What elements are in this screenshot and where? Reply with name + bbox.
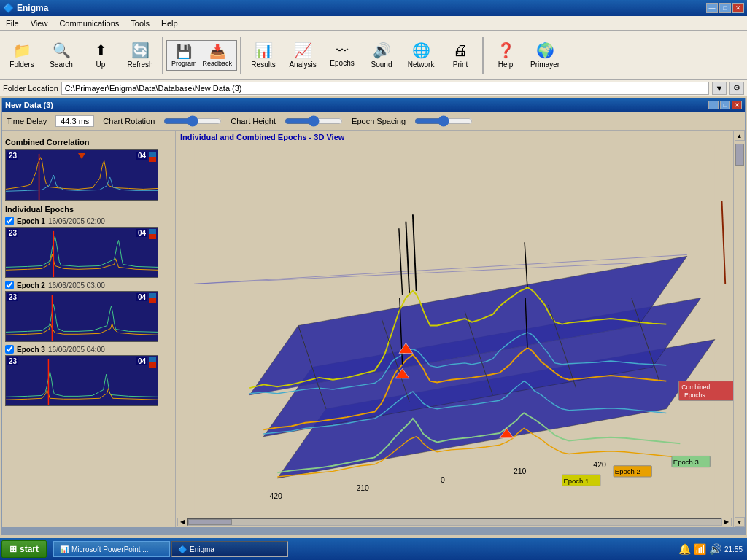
scroll-thumb[interactable] xyxy=(735,144,744,166)
windows-logo: ⊞ xyxy=(9,544,17,554)
sound-label: Sound xyxy=(371,61,392,69)
x-label-2: -210 xyxy=(354,484,369,492)
chart-rotation-slider[interactable] xyxy=(163,116,222,126)
svg-text:Combined: Combined xyxy=(681,384,710,391)
epoch-spacing-slider[interactable] xyxy=(414,116,473,126)
folder-action-button[interactable]: ⚙ xyxy=(729,82,744,95)
correlation-marker xyxy=(78,153,85,159)
up-label: Up xyxy=(96,61,106,69)
toolbar-network[interactable]: 🌐 Network xyxy=(402,34,440,77)
taskbar: ⊞ start 📊 Microsoft PowerPoint ... 🔷 Eni… xyxy=(0,538,747,560)
maximize-button[interactable]: □ xyxy=(719,3,731,13)
taskbar-right: 🔔 📶 🔊 21:55 xyxy=(678,543,746,555)
scroll-down-arrow[interactable]: ▼ xyxy=(735,517,745,527)
right-panel: Individual and Combined Epochs - 3D View… xyxy=(176,131,745,527)
toolbar: 📁 Folders 🔍 Search ⬆ Up 🔄 Refresh 💾 Prog… xyxy=(0,31,747,80)
toolbar-help[interactable]: ❓ Help xyxy=(487,34,525,77)
taskbar-clock: 21:55 xyxy=(724,545,743,553)
readback-icon: 📥 xyxy=(209,44,225,60)
epoch-2-right-val: 04 xyxy=(136,293,147,301)
powerpoint-icon: 📊 xyxy=(60,545,69,553)
menu-view[interactable]: View xyxy=(28,18,51,28)
epoch-2-checkbox[interactable] xyxy=(5,281,14,289)
scroll-left-arrow[interactable]: ◀ xyxy=(177,518,187,526)
doc-maximize-button[interactable]: □ xyxy=(720,101,730,109)
right-scrollbar[interactable]: ▲ ▼ xyxy=(733,131,745,527)
epoch-3-checkbox[interactable] xyxy=(5,345,14,354)
toolbar-program[interactable]: 💾 Program xyxy=(169,42,200,69)
flag-red xyxy=(149,157,156,162)
program-icon: 💾 xyxy=(176,44,192,60)
toolbar-search[interactable]: 🔍 Search xyxy=(42,34,80,77)
powerpoint-label: Microsoft PowerPoint ... xyxy=(71,545,149,553)
menu-bar: File View Communications Tools Help xyxy=(0,16,747,31)
folder-path-input[interactable] xyxy=(61,82,709,95)
toolbar-print[interactable]: 🖨 Print xyxy=(441,34,479,77)
close-button[interactable]: ✕ xyxy=(732,3,744,13)
toolbar-folders[interactable]: 📁 Folders xyxy=(3,34,41,77)
scroll-thumb-h[interactable] xyxy=(188,519,232,525)
start-label: start xyxy=(20,544,39,554)
scroll-track-h[interactable] xyxy=(187,518,721,526)
epoch-3-left-val: 23 xyxy=(7,357,18,365)
network-label: Network xyxy=(408,61,435,69)
print-label: Print xyxy=(453,61,468,69)
epoch-2-thumb[interactable]: 23 04 xyxy=(5,291,158,342)
toolbar-up[interactable]: ⬆ Up xyxy=(82,34,120,77)
toolbar-analysis[interactable]: 📈 Analysis xyxy=(284,34,322,77)
flag-blue-3 xyxy=(149,357,156,362)
toolbar-refresh[interactable]: 🔄 Refresh xyxy=(121,34,159,77)
program-readback-group: 💾 Program 📥 Readback xyxy=(166,40,237,71)
menu-tools[interactable]: Tools xyxy=(128,18,152,28)
epoch-2-left-val: 23 xyxy=(7,293,18,301)
analysis-label: Analysis xyxy=(289,61,316,69)
enigma-icon: 🔷 xyxy=(178,545,187,553)
menu-communications[interactable]: Communications xyxy=(56,18,122,28)
toolbar-epochs[interactable]: 〰 Epochs xyxy=(323,34,361,77)
title-bar: 🔷 Enigma — □ ✕ xyxy=(0,0,747,16)
minimize-button[interactable]: — xyxy=(706,3,718,13)
svg-text:Epoch 3: Epoch 3 xyxy=(673,458,699,466)
epoch-3-right-val: 04 xyxy=(136,357,147,365)
epoch-1-checkbox[interactable] xyxy=(5,217,14,225)
chart-svg: -420 -210 0 210 420 Epoch 1 Epoch 2 Epoc… xyxy=(176,145,733,520)
folder-icon: 📁 xyxy=(13,42,31,59)
doc-title-bar: New Data (3) — □ ✕ xyxy=(2,98,745,112)
sys-icon-2: 📶 xyxy=(694,543,706,555)
scroll-up-arrow[interactable]: ▲ xyxy=(735,131,745,141)
svg-text:Epoch 2: Epoch 2 xyxy=(615,467,640,475)
results-icon: 📊 xyxy=(255,42,273,59)
results-label: Results xyxy=(251,61,275,69)
menu-help[interactable]: Help xyxy=(158,18,181,28)
epoch-2-row: Epoch 2 16/06/2005 03:00 xyxy=(5,281,172,289)
chart-area: -420 -210 0 210 420 Epoch 1 Epoch 2 Epoc… xyxy=(176,145,733,520)
toolbar-readback[interactable]: 📥 Readback xyxy=(200,42,236,69)
start-button[interactable]: ⊞ start xyxy=(1,540,47,558)
individual-epochs-title: Individual Epochs xyxy=(5,205,172,214)
epoch-2-label: Epoch 2 xyxy=(17,281,45,289)
toolbar-sound[interactable]: 🔊 Sound xyxy=(363,34,400,77)
separator-2 xyxy=(240,37,241,74)
epoch-1-flag xyxy=(149,229,156,239)
menu-file[interactable]: File xyxy=(3,18,22,28)
epoch-spacing-label: Epoch Spacing xyxy=(352,117,406,125)
doc-close-button[interactable]: ✕ xyxy=(732,101,742,109)
chart-height-slider[interactable] xyxy=(285,116,343,126)
left-panel: Combined Correlation 23 04 xyxy=(2,131,176,527)
taskbar-powerpoint[interactable]: 📊 Microsoft PowerPoint ... xyxy=(53,541,170,557)
taskbar-enigma[interactable]: 🔷 Enigma xyxy=(171,541,288,557)
epoch-1-left-val: 23 xyxy=(7,229,18,237)
toolbar-primayer[interactable]: 🌍 Primayer xyxy=(526,34,564,77)
flag-red-1 xyxy=(149,234,156,239)
up-icon: ⬆ xyxy=(95,42,107,59)
time-delay-value: 44.3 ms xyxy=(55,115,94,127)
epoch-1-thumb[interactable]: 23 04 xyxy=(5,227,158,278)
epochs-icon: 〰 xyxy=(336,44,349,59)
scroll-right-arrow[interactable]: ▶ xyxy=(721,518,732,526)
epoch-3-thumb[interactable]: 23 04 xyxy=(5,355,158,406)
controls-bar: Time Delay 44.3 ms Chart Rotation Chart … xyxy=(2,112,745,131)
doc-minimize-button[interactable]: — xyxy=(708,101,719,109)
folder-browse-button[interactable]: ▼ xyxy=(712,82,727,95)
toolbar-results[interactable]: 📊 Results xyxy=(244,34,282,77)
bottom-scrollbar[interactable]: ◀ ▶ xyxy=(176,516,733,527)
